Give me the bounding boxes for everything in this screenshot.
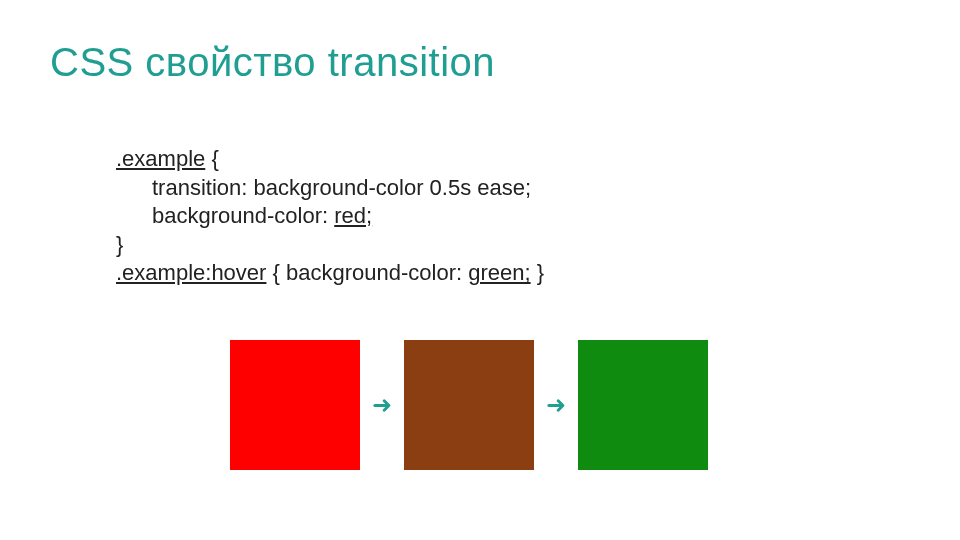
code-block: .example { transition: background-color … [116, 145, 544, 288]
code-line-1: .example { [116, 145, 544, 174]
square-red [230, 340, 360, 470]
arrow-icon: ➜ [546, 391, 566, 419]
square-mid [404, 340, 534, 470]
transition-demo: ➜ ➜ [230, 340, 708, 470]
slide: CSS свойство transition .example { trans… [0, 0, 960, 540]
code-line-2: transition: background-color 0.5s ease; [116, 174, 544, 203]
square-green [578, 340, 708, 470]
code-line-4: } [116, 231, 544, 260]
value-green: green; [468, 260, 530, 285]
code-line-3: background-color: red; [116, 202, 544, 231]
selector-example: .example [116, 146, 205, 171]
selector-example-hover: .example:hover [116, 260, 266, 285]
slide-title: CSS свойство transition [50, 40, 495, 85]
arrow-icon: ➜ [372, 391, 392, 419]
value-red: red; [334, 203, 372, 228]
code-line-5: .example:hover { background-color: green… [116, 259, 544, 288]
